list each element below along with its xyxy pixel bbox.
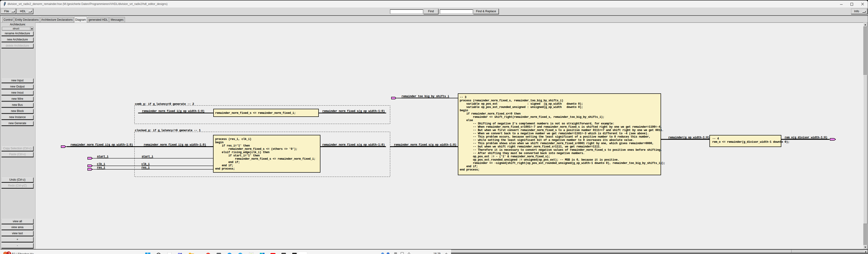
svg-text:1: 1 — [8, 251, 10, 254]
